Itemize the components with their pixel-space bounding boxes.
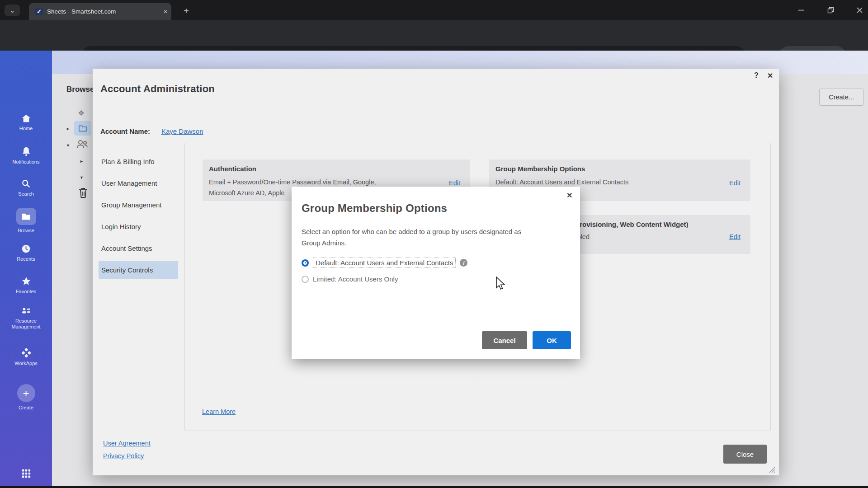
sidebar-item-notifications[interactable]: Notifications xyxy=(0,146,52,165)
sidebar-item-workapps[interactable]: WorkApps xyxy=(0,348,52,366)
sidebar-label: Resource Management xyxy=(4,318,49,330)
bell-icon xyxy=(22,146,31,156)
chevron-down-icon: ⌄ xyxy=(9,7,15,14)
new-tab-button[interactable]: + xyxy=(180,5,193,17)
folder-icon xyxy=(21,212,31,221)
learn-more-link[interactable]: Learn More xyxy=(202,408,236,415)
radio-option-limited[interactable]: Limited: Account Users Only xyxy=(302,275,398,283)
sidebar-item-home[interactable]: Home xyxy=(0,114,52,131)
tree-people-icon[interactable] xyxy=(76,139,89,149)
grid-icon xyxy=(21,469,31,479)
admin-help-button[interactable]: ? xyxy=(754,71,759,80)
authentication-edit-link[interactable]: Edit xyxy=(449,179,460,187)
people-icon xyxy=(21,307,31,315)
sidebar-label: Notifications xyxy=(13,159,40,165)
browser-titlebar: ⌄ ✓ Sheets - Smartsheet.com ✕ + xyxy=(0,0,868,20)
modal-close-icon[interactable]: ✕ xyxy=(566,191,572,200)
radio-unselected-icon[interactable] xyxy=(302,276,309,283)
privacy-policy-link[interactable]: Privacy Policy xyxy=(103,452,144,460)
window-close-button[interactable] xyxy=(852,4,867,16)
tab-search-button[interactable]: ⌄ xyxy=(5,5,20,16)
tab-close-icon[interactable]: ✕ xyxy=(160,7,171,16)
modal-description: Select an option for who can be added to… xyxy=(302,226,533,249)
modal-title: Group Membership Options xyxy=(302,202,447,215)
tab-title: Sheets - Smartsheet.com xyxy=(47,8,160,15)
account-name-link[interactable]: Kaye Dawson xyxy=(161,127,203,135)
authentication-title: Authentication xyxy=(209,165,256,173)
sidebar-item-search[interactable]: Search xyxy=(0,179,52,197)
admin-nav-plan-billing[interactable]: Plan & Billing Info xyxy=(99,152,178,170)
admin-nav-account-settings[interactable]: Account Settings xyxy=(99,239,178,257)
tree-folder-selected[interactable] xyxy=(74,121,91,136)
admin-nav-security-controls[interactable]: Security Controls xyxy=(99,261,178,279)
provisioning-edit-link[interactable]: Edit xyxy=(729,233,741,240)
minimize-icon xyxy=(798,7,804,13)
tree-expand-icon[interactable]: ► xyxy=(66,127,70,131)
search-icon xyxy=(21,179,31,188)
tree-workapps-icon[interactable]: ❖ xyxy=(78,108,85,118)
admin-nav-group-management[interactable]: Group Management xyxy=(99,196,178,214)
browser-toolbar: app.smartsheet.com/folders/personal xyxy=(0,20,868,51)
group-membership-edit-link[interactable]: Edit xyxy=(729,179,741,187)
sidebar-label: Browse xyxy=(18,228,34,234)
browser-tab[interactable]: ✓ Sheets - Smartsheet.com ✕ xyxy=(29,3,171,20)
app-sidebar: Home Notifications Search Browse Recents… xyxy=(0,51,52,488)
user-agreement-link[interactable]: User Agreement xyxy=(103,440,151,447)
sidebar-label: WorkApps xyxy=(14,361,38,366)
resize-handle[interactable] xyxy=(768,465,776,474)
admin-nav-login-history[interactable]: Login History xyxy=(99,217,178,235)
sidebar-label: Favorites xyxy=(16,289,36,295)
info-icon[interactable]: i xyxy=(460,259,467,267)
tree-expand-icon[interactable]: ► xyxy=(80,159,84,164)
mouse-cursor xyxy=(495,277,506,291)
radio-limited-label[interactable]: Limited: Account Users Only xyxy=(313,275,398,283)
screen: ⌄ ✓ Sheets - Smartsheet.com ✕ + xyxy=(0,0,868,488)
window-bottom-edge xyxy=(0,486,868,488)
tree-collapse-icon[interactable]: ▼ xyxy=(80,175,84,180)
sidebar-item-browse[interactable]: Browse xyxy=(0,208,52,234)
restore-icon xyxy=(827,7,834,14)
close-icon xyxy=(857,7,863,13)
smartsheet-favicon-icon: ✓ xyxy=(35,8,43,15)
admin-nav-user-management[interactable]: User Management xyxy=(99,174,178,192)
browse-active-tile xyxy=(16,208,36,225)
sidebar-label: Home xyxy=(19,126,33,131)
authentication-line2: Microsoft Azure AD, Apple xyxy=(209,189,285,197)
app-launcher-button[interactable] xyxy=(0,469,52,479)
tree-collapse-icon[interactable]: ▼ xyxy=(66,143,70,148)
radio-option-default[interactable]: Default: Account Users and External Cont… xyxy=(302,258,467,268)
browse-page-heading: Browse xyxy=(66,85,93,94)
home-icon xyxy=(21,114,31,123)
create-button[interactable]: Create... xyxy=(819,89,863,106)
sidebar-item-favorites[interactable]: Favorites xyxy=(0,277,52,295)
window-restore-button[interactable] xyxy=(823,4,838,16)
admin-title: Account Administration xyxy=(100,83,215,95)
sidebar-label: Create xyxy=(19,405,33,411)
group-membership-value: Default: Account Users and External Cont… xyxy=(495,178,628,186)
star-filled-icon xyxy=(21,277,31,286)
cancel-button[interactable]: Cancel xyxy=(482,331,527,349)
plus-icon: + xyxy=(17,384,35,402)
sidebar-item-create[interactable]: + Create xyxy=(0,384,52,411)
folder-icon xyxy=(78,125,87,132)
group-membership-title: Group Membership Options xyxy=(495,165,585,173)
radio-selected-icon[interactable] xyxy=(302,259,309,267)
sidebar-item-resource-management[interactable]: Resource Management xyxy=(0,307,52,330)
ok-button[interactable]: OK xyxy=(533,331,571,349)
sidebar-label: Search xyxy=(18,191,34,197)
authentication-line1: Email + Password/One-time Password via E… xyxy=(209,178,376,186)
admin-close-button[interactable]: Close xyxy=(723,445,767,464)
sidebar-item-recents[interactable]: Recents xyxy=(0,244,52,262)
admin-close-icon[interactable]: ✕ xyxy=(767,71,773,80)
window-minimize-button[interactable] xyxy=(793,4,809,16)
clock-icon xyxy=(21,244,31,253)
workapps-icon xyxy=(21,348,31,358)
edit-label: Edit xyxy=(729,233,741,240)
account-name-label: Account Name: xyxy=(100,127,150,135)
sidebar-label: Recents xyxy=(17,256,35,262)
radio-default-label[interactable]: Default: Account Users and External Cont… xyxy=(313,258,456,268)
trash-icon[interactable] xyxy=(78,187,89,199)
